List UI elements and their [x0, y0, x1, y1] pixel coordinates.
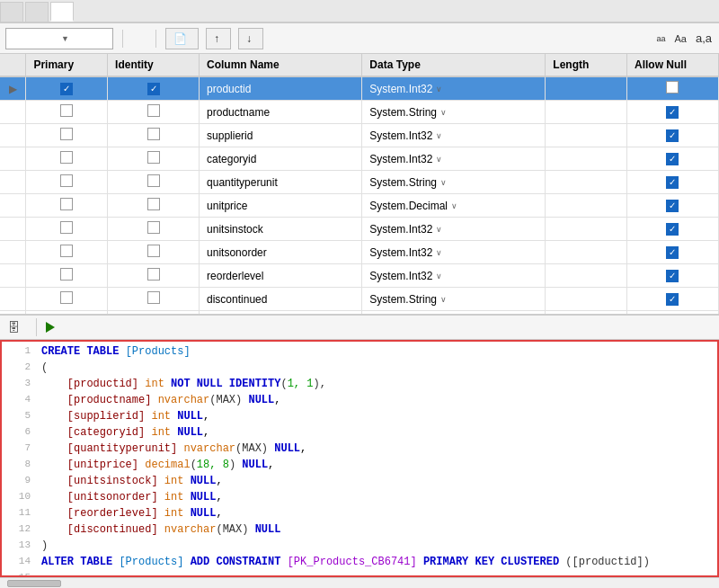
identity-checkbox[interactable] — [147, 174, 160, 187]
primary-checkbox-cell — [26, 194, 108, 218]
allow-null-checkbox[interactable] — [666, 106, 679, 119]
datatype-select[interactable]: System.Int32∨ — [369, 246, 537, 259]
sql-line-content: [productname] nvarchar(MAX) NULL, — [41, 394, 714, 406]
horizontal-scrollbar[interactable] — [0, 577, 719, 588]
datatype-select[interactable]: System.Int32∨ — [369, 270, 537, 282]
datatype-cell[interactable]: System.String∨ — [362, 101, 546, 124]
sql-line: 12 [discontinued] nvarchar(MAX) NULL — [2, 523, 717, 539]
move-up-icon: ↑ — [214, 32, 219, 45]
primary-checkbox-cell — [26, 101, 108, 124]
datatype-cell[interactable]: System.Int32∨ — [362, 264, 546, 288]
identity-checkbox[interactable] — [147, 83, 160, 95]
text-size-controls: aa Aa a,a — [654, 31, 714, 45]
column-name-cell: quantityperunit — [200, 171, 362, 194]
primary-checkbox[interactable] — [60, 128, 73, 140]
allow-null-checkbox[interactable] — [666, 200, 679, 212]
datatype-cell[interactable]: System.Int32∨ — [362, 241, 546, 264]
identity-checkbox[interactable] — [147, 104, 160, 117]
row-indicator — [0, 147, 26, 171]
server-selector[interactable]: ▼ — [5, 28, 113, 49]
col-header-length: Length — [546, 54, 627, 76]
sql-line-content: [supplierid] int NULL, — [41, 410, 714, 423]
primary-checkbox[interactable] — [60, 83, 73, 95]
datatype-select[interactable]: System.Int32∨ — [369, 153, 537, 165]
row-indicator — [0, 241, 26, 264]
table-row[interactable]: unitpriceSystem.Decimal∨ — [0, 194, 719, 218]
text-size-large[interactable]: a,a — [694, 31, 714, 45]
datatype-select[interactable]: System.String∨ — [369, 176, 537, 189]
column-name-cell: unitprice — [200, 194, 362, 218]
datatype-value: System.String — [369, 293, 437, 306]
scrollbar-thumb[interactable] — [7, 580, 61, 587]
datatype-chevron: ∨ — [440, 108, 447, 117]
allow-null-cell — [626, 101, 718, 124]
identity-checkbox[interactable] — [147, 268, 160, 281]
tab-schema-map[interactable] — [25, 2, 49, 22]
primary-checkbox[interactable] — [60, 221, 73, 234]
datatype-select[interactable]: System.Int32∨ — [369, 223, 537, 236]
allow-null-cell — [626, 124, 718, 147]
allow-null-checkbox[interactable] — [666, 293, 679, 306]
script-create-button[interactable]: 📄 — [165, 28, 199, 49]
table-row[interactable]: quantityperunitSystem.String∨ — [0, 171, 719, 194]
primary-checkbox[interactable] — [60, 291, 73, 304]
identity-checkbox[interactable] — [147, 291, 160, 304]
allow-null-checkbox[interactable] — [666, 129, 679, 142]
primary-checkbox[interactable] — [60, 151, 73, 164]
tab-start-page[interactable] — [0, 2, 23, 22]
sql-editor[interactable]: 1CREATE TABLE [Products]2(3 [productid] … — [0, 340, 719, 577]
identity-checkbox[interactable] — [147, 128, 160, 140]
identity-checkbox[interactable] — [147, 221, 160, 234]
table-row[interactable]: reorderlevelSystem.Int32∨ — [0, 264, 719, 288]
move-down-icon: ↓ — [246, 32, 252, 45]
datatype-select[interactable]: System.Decimal∨ — [369, 200, 537, 212]
table-row[interactable]: categoryidSystem.Int32∨ — [0, 147, 719, 171]
identity-checkbox[interactable] — [147, 198, 160, 210]
tab-products[interactable] — [50, 2, 74, 22]
allow-null-checkbox[interactable] — [666, 153, 679, 165]
text-size-small[interactable]: aa — [654, 34, 667, 43]
datatype-cell[interactable]: System.Int32∨ — [362, 124, 546, 147]
allow-null-checkbox[interactable] — [666, 270, 679, 282]
allow-null-checkbox[interactable] — [666, 176, 679, 189]
line-number: 3 — [5, 378, 31, 388]
primary-checkbox[interactable] — [60, 245, 73, 257]
allow-null-checkbox[interactable] — [666, 246, 679, 259]
datatype-select[interactable]: System.Int32∨ — [369, 83, 537, 95]
table-row[interactable]: discontinuedSystem.String∨ — [0, 288, 719, 311]
col-header-null: Allow Null — [626, 54, 718, 76]
primary-checkbox[interactable] — [60, 268, 73, 281]
datatype-cell[interactable]: System.Int32∨ — [362, 218, 546, 241]
datatype-cell[interactable]: System.Int32∨ — [362, 76, 546, 101]
move-down-button[interactable]: ↓ — [238, 28, 263, 49]
datatype-cell[interactable]: System.Int32∨ — [362, 147, 546, 171]
text-size-medium[interactable]: Aa — [672, 33, 688, 44]
table-row[interactable]: ▶productidSystem.Int32∨ — [0, 76, 719, 101]
column-name-cell: categoryid — [200, 147, 362, 171]
table-row[interactable]: supplieridSystem.Int32∨ — [0, 124, 719, 147]
move-up-button[interactable]: ↑ — [206, 28, 231, 49]
datatype-cell[interactable]: System.String∨ — [362, 288, 546, 311]
table-row[interactable]: productnameSystem.String∨ — [0, 101, 719, 124]
datatype-select[interactable]: System.Int32∨ — [369, 129, 537, 142]
line-number: 4 — [5, 394, 31, 405]
allow-null-checkbox[interactable] — [666, 223, 679, 236]
execute-query-button[interactable] — [46, 322, 58, 333]
primary-checkbox[interactable] — [60, 198, 73, 210]
sql-line: 13) — [2, 539, 717, 556]
table-row[interactable]: unitsonorderSystem.Int32∨ — [0, 241, 719, 264]
datatype-select[interactable]: System.String∨ — [369, 106, 537, 119]
identity-checkbox[interactable] — [147, 151, 160, 164]
sql-line-content: [unitsonorder] int NULL, — [41, 491, 714, 503]
allow-null-checkbox[interactable] — [666, 81, 679, 94]
sql-editor-area: 1CREATE TABLE [Products]2(3 [productid] … — [0, 340, 719, 588]
table-row[interactable]: unitsinstockSystem.Int32∨ — [0, 218, 719, 241]
sql-line-content: [quantityperunit] nvarchar(MAX) NULL, — [41, 442, 714, 455]
primary-checkbox[interactable] — [60, 174, 73, 187]
datatype-cell[interactable]: System.Decimal∨ — [362, 194, 546, 218]
datatype-select[interactable]: System.String∨ — [369, 293, 537, 306]
datatype-cell[interactable]: System.String∨ — [362, 171, 546, 194]
identity-checkbox[interactable] — [147, 245, 160, 257]
column-name-cell: productid — [200, 76, 362, 101]
primary-checkbox[interactable] — [60, 104, 73, 117]
